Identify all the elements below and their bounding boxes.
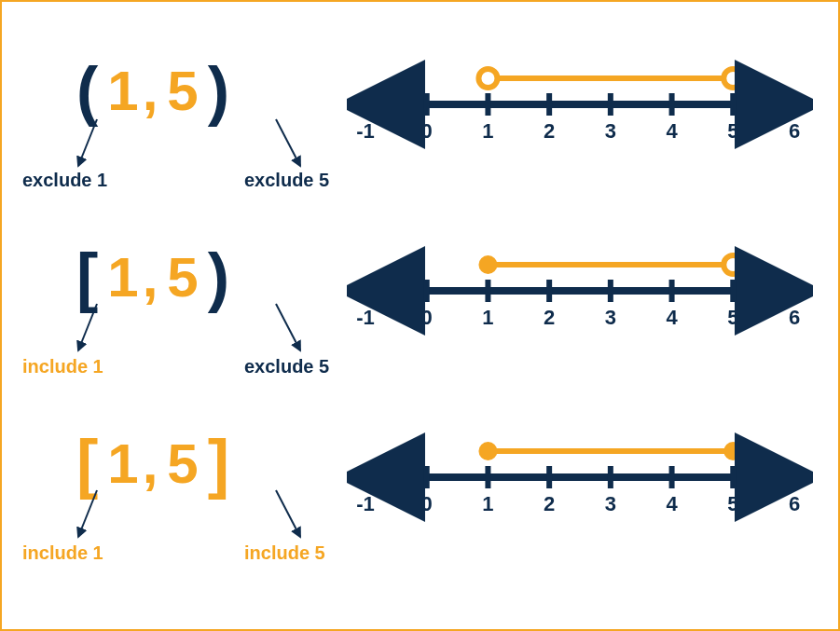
svg-line-4 — [78, 490, 97, 537]
right-annotation: exclude 5 — [244, 356, 329, 377]
tick-label: 1 — [482, 119, 493, 143]
left-annotation: include 1 — [22, 542, 103, 564]
tick-label: 5 — [727, 306, 738, 329]
tick-label: 4 — [666, 306, 678, 329]
annotation-arrow-left-icon — [78, 298, 144, 364]
svg-line-0 — [78, 119, 97, 166]
interval-b: 5 — [163, 432, 201, 496]
endpoint-right-closed — [723, 442, 742, 460]
annotation-arrow-right-icon — [272, 298, 337, 364]
tick-label: 5 — [727, 119, 738, 143]
left-annotation: exclude 1 — [22, 170, 107, 191]
right-bracket: ] — [208, 431, 229, 496]
interval-row: [ 1 , 5 ] include 1 include 5 -10123456 — [2, 412, 838, 598]
number-line-svg: -10123456 — [347, 48, 813, 179]
svg-line-2 — [78, 304, 97, 350]
annotation-arrow-left-icon — [78, 485, 144, 550]
interval-notation: [ 1 , 5 ] include 1 include 5 — [58, 431, 319, 598]
tick-label: -1 — [356, 306, 375, 329]
comma: , — [143, 432, 164, 496]
tick-label: 3 — [605, 306, 616, 329]
number-line-svg: -10123456 — [347, 235, 813, 365]
tick-label: 4 — [666, 119, 678, 143]
tick-label: -1 — [356, 492, 375, 515]
tick-label: 3 — [605, 492, 616, 515]
tick-label: 5 — [727, 492, 738, 515]
tick-label: 2 — [544, 492, 555, 515]
endpoint-left-closed — [478, 442, 497, 460]
number-line: -10123456 — [347, 48, 813, 179]
number-line: -10123456 — [347, 235, 813, 365]
right-annotation: include 5 — [244, 542, 325, 564]
right-bracket: ) — [208, 244, 229, 309]
svg-line-3 — [276, 304, 300, 350]
tick-label: 2 — [544, 119, 555, 143]
interval-notation: [ 1 , 5 ) include 1 exclude 5 — [58, 244, 319, 412]
endpoint-left-closed — [478, 255, 497, 274]
tick-label: -1 — [356, 119, 375, 143]
endpoint-left-open — [478, 69, 497, 88]
right-annotation: exclude 5 — [244, 170, 329, 191]
interval-row: [ 1 , 5 ) include 1 exclude 5 -10123456 — [2, 226, 838, 412]
interval-b: 5 — [163, 59, 201, 123]
interval-b: 5 — [163, 245, 201, 309]
interval-row: ( 1 , 5 ) exclude 1 exclude 5 -10123456 — [2, 39, 838, 226]
tick-label: 0 — [421, 119, 433, 143]
left-annotation: include 1 — [22, 356, 103, 377]
tick-label: 1 — [482, 492, 493, 515]
annotation-arrow-right-icon — [272, 485, 337, 550]
tick-label: 0 — [421, 306, 433, 329]
svg-line-1 — [276, 119, 300, 166]
endpoint-right-open — [723, 69, 742, 88]
interval-notation: ( 1 , 5 ) exclude 1 exclude 5 — [58, 58, 319, 226]
number-line-svg: -10123456 — [347, 421, 813, 552]
svg-line-5 — [276, 490, 300, 537]
endpoint-right-open — [723, 255, 742, 274]
tick-label: 1 — [482, 306, 493, 329]
tick-label: 6 — [789, 119, 800, 143]
tick-label: 3 — [605, 119, 616, 143]
right-bracket: ) — [208, 58, 229, 123]
tick-label: 6 — [789, 492, 800, 515]
tick-label: 4 — [666, 492, 678, 515]
comma: , — [143, 59, 164, 123]
number-line: -10123456 — [347, 421, 813, 552]
comma: , — [143, 245, 164, 309]
tick-label: 2 — [544, 306, 555, 329]
tick-label: 6 — [789, 306, 800, 329]
tick-label: 0 — [421, 492, 433, 515]
